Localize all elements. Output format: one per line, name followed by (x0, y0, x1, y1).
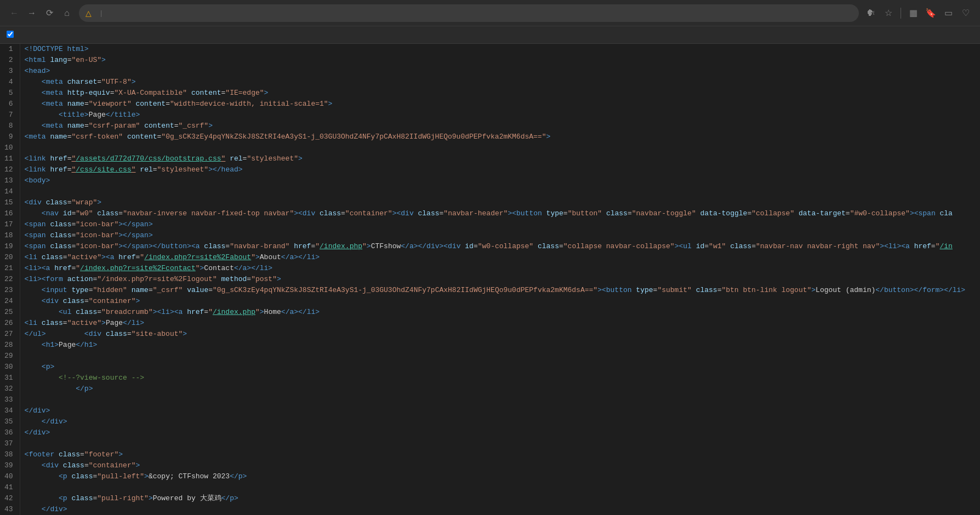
line-number: 38 (4, 449, 13, 460)
code-line: </div> (25, 427, 976, 438)
code-line: <title>Page</title> (25, 110, 976, 121)
line-number: 10 (4, 142, 13, 153)
line-number: 2 (4, 55, 13, 66)
code-line: <li><a href="/index.php?r=site%2Fcontact… (25, 263, 976, 274)
line-number: 34 (4, 405, 13, 416)
code-lines: <!DOCTYPE html><html lang="en-US"><head>… (20, 44, 980, 515)
line-number: 31 (4, 373, 13, 384)
code-line: <meta name="csrf-token" content="0g_sCK3… (25, 131, 976, 142)
split-screen-button[interactable]: ▭ (941, 5, 956, 21)
address-bar[interactable]: △ | (79, 4, 859, 22)
code-line: <div class="container"> (25, 296, 976, 307)
line-number: 40 (4, 471, 13, 482)
wrap-checkbox[interactable] (7, 31, 14, 38)
favorites-button[interactable]: ☆ (881, 5, 896, 21)
line-number: 37 (4, 438, 13, 449)
collections-button[interactable]: 🔖 (923, 5, 938, 21)
code-line: <footer class="footer"> (25, 449, 976, 460)
line-number: 7 (4, 110, 13, 121)
line-number: 22 (4, 274, 13, 285)
line-number: 11 (4, 153, 13, 164)
line-number: 25 (4, 307, 13, 318)
code-line: <!--?view-source --> (25, 373, 976, 384)
line-number: 23 (4, 285, 13, 296)
line-number: 20 (4, 252, 13, 263)
code-line (25, 438, 976, 449)
line-number: 6 (4, 99, 13, 110)
code-line: <h1>Page</h1> (25, 340, 976, 351)
code-line: <input type="hidden" name="_csrf" value=… (25, 285, 976, 296)
line-number: 1 (4, 44, 13, 55)
line-number: 30 (4, 362, 13, 373)
wrap-toggle-label[interactable] (7, 31, 16, 39)
line-number: 16 (4, 208, 13, 219)
line-numbers: 1234567891011121314151617181920212223242… (0, 44, 20, 515)
browser-chrome: ← → ⟳ ⌂ △ | 🗣 ☆ ▦ 🔖 ▭ ♡ (0, 0, 980, 26)
line-number: 14 (4, 186, 13, 197)
line-number: 18 (4, 230, 13, 241)
code-line: <span class="icon-bar"></span></button><… (25, 241, 976, 252)
code-line: </p> (25, 384, 976, 394)
code-line: <li class="active">Page</li> (25, 318, 976, 329)
line-number: 17 (4, 219, 13, 230)
line-number: 3 (4, 66, 13, 77)
source-toolbar (0, 26, 980, 44)
code-line: <span class="icon-bar"></span> (25, 219, 976, 230)
code-line: <meta http-equiv="X-UA-Compatible" conte… (25, 88, 976, 99)
code-line: </div> (25, 405, 976, 416)
line-number: 13 (4, 175, 13, 186)
code-line (25, 351, 976, 362)
forward-button[interactable]: → (24, 5, 39, 21)
code-line: <link href="/css/site.css" rel="styleshe… (25, 164, 976, 175)
code-line: <li class="active"><a href="/index.php?r… (25, 252, 976, 263)
code-line: <meta name="csrf-param" content="_csrf"> (25, 121, 976, 131)
code-line: </ul> <div class="site-about"> (25, 329, 976, 340)
code-line: <meta charset="UTF-8"> (25, 77, 976, 88)
code-line: <!DOCTYPE html> (25, 44, 976, 55)
code-line: <link href="/assets/d772d770/css/bootstr… (25, 153, 976, 164)
code-line: <html lang="en-US"> (25, 55, 976, 66)
reload-button[interactable]: ⟳ (42, 5, 57, 21)
extensions-button[interactable]: ▦ (905, 5, 921, 21)
code-line: </div> (25, 416, 976, 427)
code-line: <meta name="viewport" content="width=dev… (25, 99, 976, 110)
back-button[interactable]: ← (7, 5, 22, 21)
code-line: <div class="container"> (25, 460, 976, 471)
read-aloud-button[interactable]: 🗣 (863, 5, 879, 21)
line-number: 24 (4, 296, 13, 307)
code-line: <ul class="breadcrumb"><li><a href="/ind… (25, 307, 976, 318)
code-line: <span class="icon-bar"></span> (25, 230, 976, 241)
code-container: 1234567891011121314151617181920212223242… (0, 44, 980, 515)
line-number: 4 (4, 77, 13, 88)
line-number: 12 (4, 164, 13, 175)
line-number: 26 (4, 318, 13, 329)
code-line: <p class="pull-left">&copy; CTFshow 2023… (25, 471, 976, 482)
line-number: 33 (4, 394, 13, 405)
code-line: <head> (25, 66, 976, 77)
code-line: <li><form action="/index.php?r=site%2Flo… (25, 274, 976, 285)
line-number: 36 (4, 427, 13, 438)
favorites-sidebar-button[interactable]: ♡ (958, 5, 973, 21)
line-number: 19 (4, 241, 13, 252)
line-number: 28 (4, 340, 13, 351)
code-line (25, 142, 976, 153)
line-number: 41 (4, 482, 13, 493)
separator: | (100, 9, 102, 17)
line-number: 5 (4, 88, 13, 99)
line-number: 21 (4, 263, 13, 274)
line-number: 9 (4, 131, 13, 142)
security-warning-icon: △ (86, 9, 92, 18)
home-button[interactable]: ⌂ (59, 5, 75, 21)
code-line: <body> (25, 175, 976, 186)
line-number: 39 (4, 460, 13, 471)
line-number: 42 (4, 493, 13, 504)
divider (901, 8, 901, 19)
code-line: </div> (25, 504, 976, 515)
line-number: 35 (4, 416, 13, 427)
line-number: 43 (4, 504, 13, 515)
code-line (25, 394, 976, 405)
line-number: 29 (4, 351, 13, 362)
line-number: 8 (4, 121, 13, 131)
browser-actions: 🗣 ☆ ▦ 🔖 ▭ ♡ (863, 5, 973, 21)
line-number: 15 (4, 197, 13, 208)
